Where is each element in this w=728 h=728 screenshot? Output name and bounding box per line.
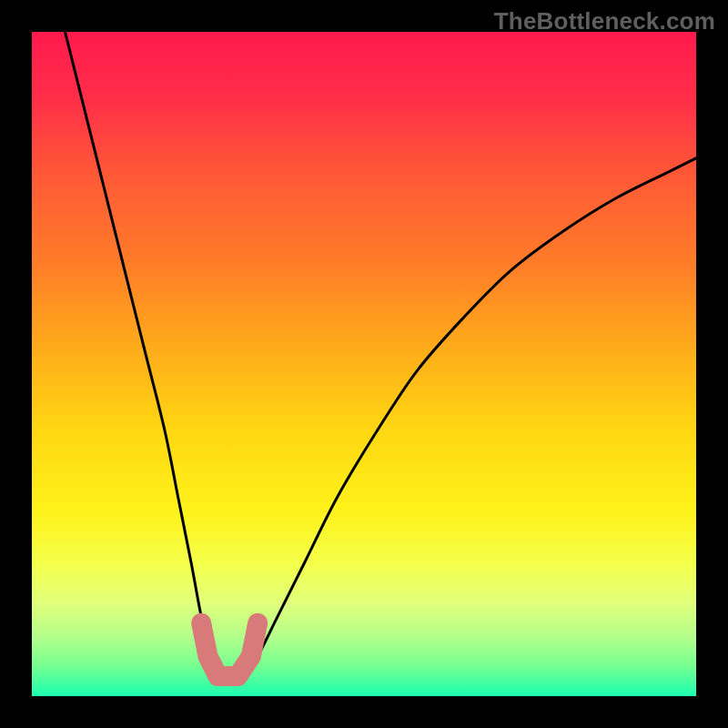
plot-area [32,32,696,696]
gradient-background [32,32,696,696]
bottleneck-chart [32,32,696,696]
watermark-text: TheBottleneck.com [494,7,715,35]
chart-frame: TheBottleneck.com [0,0,728,728]
